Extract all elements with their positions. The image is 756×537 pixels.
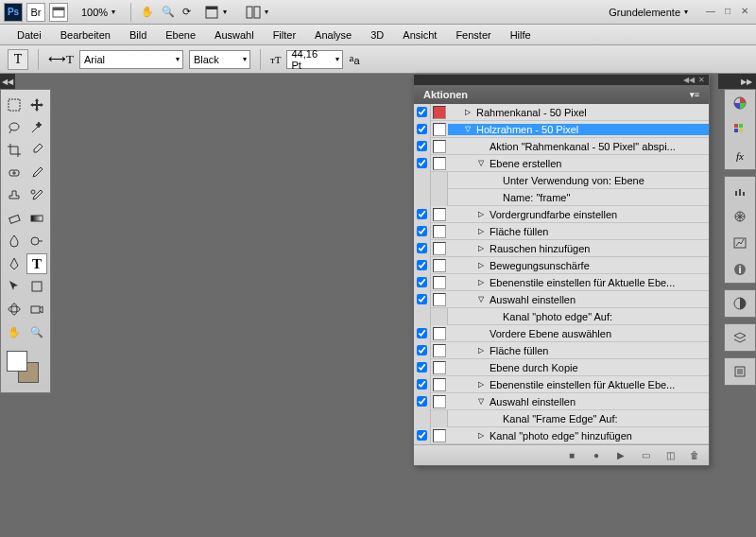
action-row[interactable]: ▷Fläche füllen xyxy=(414,223,709,240)
layers-panel-icon[interactable] xyxy=(725,324,755,351)
close-button[interactable]: ✕ xyxy=(737,6,752,19)
action-toggle[interactable] xyxy=(417,396,427,407)
histogram-panel-icon[interactable] xyxy=(725,230,755,256)
action-row[interactable]: Ebene durch Kopie xyxy=(414,359,709,376)
dialog-toggle[interactable] xyxy=(433,378,446,391)
action-row[interactable]: ▷Rauschen hinzufügen xyxy=(414,240,709,257)
action-toggle[interactable] xyxy=(417,124,427,134)
navigator-panel-icon[interactable] xyxy=(725,203,755,230)
action-row[interactable]: Name: "frame" xyxy=(414,189,709,206)
action-row[interactable]: Kanal "photo edge" Auf: xyxy=(414,308,709,325)
dialog-toggle[interactable] xyxy=(433,225,446,238)
healing-tool[interactable] xyxy=(4,163,25,183)
action-row[interactable]: Unter Verwendung von: Ebene xyxy=(414,172,709,189)
styles-panel-icon[interactable]: fx xyxy=(725,143,755,169)
menu-bearbeiten[interactable]: Bearbeiten xyxy=(51,26,120,43)
history-brush-tool[interactable] xyxy=(26,185,47,206)
marquee-tool[interactable] xyxy=(4,95,25,115)
dialog-toggle[interactable] xyxy=(433,276,446,289)
bridge-icon[interactable]: Br xyxy=(26,3,45,22)
action-toggle[interactable] xyxy=(417,107,427,117)
mini-bridge-icon[interactable] xyxy=(49,3,68,22)
disclosure-icon[interactable]: ▽ xyxy=(478,159,488,167)
swatches-panel-icon[interactable] xyxy=(725,116,755,143)
action-toggle[interactable] xyxy=(417,379,427,390)
action-row[interactable]: ▷Bewegungsunschärfe xyxy=(414,257,709,274)
action-row[interactable]: ▽Ebene erstellen xyxy=(414,155,709,172)
action-toggle[interactable] xyxy=(417,141,427,151)
action-toggle[interactable] xyxy=(417,277,427,287)
pen-tool[interactable] xyxy=(4,253,25,274)
zoom-tool-icon[interactable]: 🔍 xyxy=(162,6,175,18)
menu-fenster[interactable]: Fenster xyxy=(446,26,500,43)
screen-mode-dropdown[interactable] xyxy=(198,3,232,22)
dialog-toggle[interactable] xyxy=(433,395,446,408)
color-panel-icon[interactable] xyxy=(725,90,755,116)
blur-tool[interactable] xyxy=(4,231,25,251)
action-row[interactable]: ▽Holzrahmen - 50 Pixel xyxy=(414,121,709,138)
foreground-swatch[interactable] xyxy=(7,351,27,372)
crop-tool[interactable] xyxy=(4,140,25,161)
arrange-docs-dropdown[interactable] xyxy=(240,3,274,22)
dialog-toggle[interactable] xyxy=(433,429,446,442)
play-button[interactable]: ▶ xyxy=(614,449,627,462)
dialog-toggle[interactable] xyxy=(433,242,446,255)
panel-collapse-icon[interactable]: ◀◀ xyxy=(683,76,695,84)
delete-button[interactable]: 🗑 xyxy=(688,449,701,462)
minimize-button[interactable]: — xyxy=(703,6,718,19)
disclosure-icon[interactable]: ▷ xyxy=(478,380,488,389)
action-row[interactable]: ▽Auswahl einstellen xyxy=(414,393,709,410)
dialog-toggle[interactable] xyxy=(433,259,446,272)
action-toggle[interactable] xyxy=(417,430,427,441)
action-row[interactable]: ▷Ebenenstile einstellen für Aktuelle Ebe… xyxy=(414,376,709,393)
action-row[interactable]: ▷Rahmenkanal - 50 Pixel xyxy=(414,104,709,121)
disclosure-icon[interactable]: ▽ xyxy=(478,295,488,303)
menu-3d[interactable]: 3D xyxy=(361,26,393,43)
disclosure-icon[interactable]: ▷ xyxy=(478,346,488,355)
action-row[interactable]: ▽Auswahl einstellen xyxy=(414,291,709,308)
adjustments-panel-icon[interactable] xyxy=(725,290,755,317)
action-row[interactable]: ▷Fläche füllen xyxy=(414,342,709,359)
action-row[interactable]: ▷Ebenenstile einstellen für Aktuelle Ebe… xyxy=(414,274,709,291)
eyedropper-tool[interactable] xyxy=(26,140,47,161)
path-select-tool[interactable] xyxy=(4,276,25,297)
dialog-toggle[interactable] xyxy=(433,208,446,221)
move-tool[interactable] xyxy=(26,95,47,115)
menu-bild[interactable]: Bild xyxy=(120,26,156,43)
brush-tool[interactable] xyxy=(26,163,47,183)
dialog-toggle[interactable] xyxy=(433,140,446,153)
disclosure-icon[interactable]: ▷ xyxy=(478,431,488,440)
menu-hilfe[interactable]: Hilfe xyxy=(501,26,541,43)
dodge-tool[interactable] xyxy=(26,231,47,251)
action-toggle[interactable] xyxy=(417,209,427,219)
hand-tool-icon[interactable]: ✋ xyxy=(141,6,154,18)
rotate-view-icon[interactable]: ⟳ xyxy=(182,6,191,18)
disclosure-icon[interactable]: ▷ xyxy=(478,227,488,235)
disclosure-icon[interactable]: ▽ xyxy=(465,125,474,133)
color-swatches[interactable] xyxy=(3,351,48,389)
antialias-icon[interactable]: aa xyxy=(349,52,359,66)
dialog-toggle[interactable] xyxy=(433,344,446,357)
eraser-tool[interactable] xyxy=(4,208,25,229)
text-orientation-icon[interactable]: ⟷T xyxy=(48,52,74,67)
dialog-toggle[interactable] xyxy=(433,123,446,136)
menu-filter[interactable]: Filter xyxy=(264,26,305,43)
zoom-dropdown[interactable]: 100% xyxy=(76,5,121,20)
action-toggle[interactable] xyxy=(417,226,427,236)
action-toggle[interactable] xyxy=(417,362,427,372)
action-toggle[interactable] xyxy=(417,260,427,270)
stop-button[interactable]: ■ xyxy=(565,449,578,462)
wand-tool[interactable] xyxy=(26,117,47,138)
info-panel-icon[interactable]: i xyxy=(725,256,755,283)
disclosure-icon[interactable]: ▷ xyxy=(478,210,488,218)
disclosure-icon[interactable]: ▷ xyxy=(478,244,488,252)
disclosure-icon[interactable]: ▷ xyxy=(478,278,488,286)
disclosure-icon[interactable]: ▽ xyxy=(478,397,488,406)
panel-menu-icon[interactable]: ▾≡ xyxy=(690,90,699,99)
new-set-button[interactable]: ▭ xyxy=(639,449,652,462)
actions-tab[interactable]: Aktionen▾≡ xyxy=(414,85,709,104)
action-toggle[interactable] xyxy=(417,345,427,355)
right-dock-collapse[interactable]: ▶▶ xyxy=(718,74,756,89)
gradient-tool[interactable] xyxy=(26,208,47,229)
type-tool[interactable]: T xyxy=(26,253,47,274)
